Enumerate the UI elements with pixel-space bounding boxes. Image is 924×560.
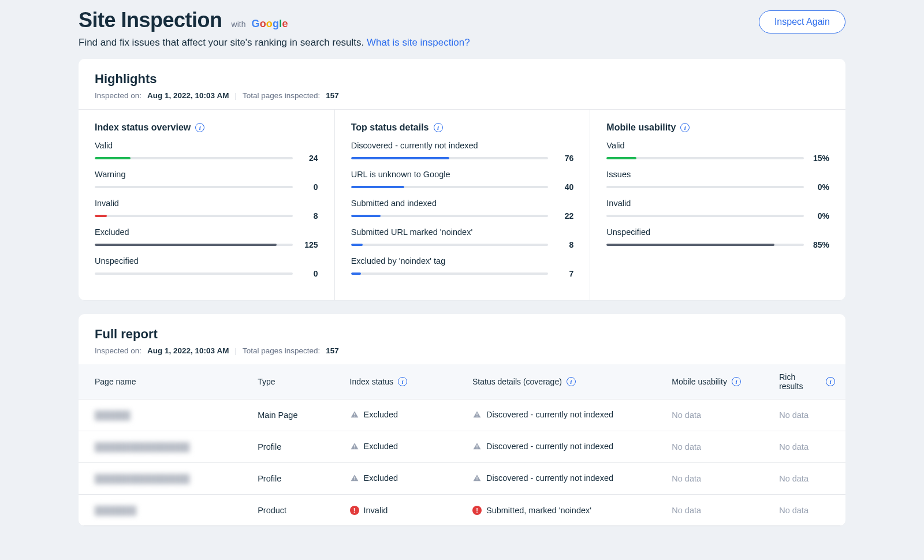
mobile-usability: Mobile usability Valid 15% Issues 0%: [590, 110, 845, 300]
stat-label: Discovered - currently not indexed: [351, 141, 574, 150]
progress-bar: [95, 244, 293, 246]
stat-value: 76: [556, 154, 573, 163]
stat-label: Unspecified: [95, 256, 318, 266]
col-type[interactable]: Type: [258, 377, 275, 386]
stat-value: 7: [556, 269, 573, 278]
full-report-card: Full report Inspected on: Aug 1, 2022, 1…: [79, 314, 845, 526]
index-overview-title: Index status overview: [95, 122, 191, 133]
svg-rect-2: [476, 413, 477, 416]
rich-results-value: No data: [779, 506, 808, 515]
svg-rect-7: [476, 447, 477, 448]
stat-item: Issues 0%: [606, 170, 829, 192]
progress-bar: [95, 215, 293, 217]
mobile-usability-value: No data: [672, 442, 701, 451]
progress-bar: [351, 244, 549, 246]
inspect-again-button[interactable]: Inspect Again: [759, 10, 845, 33]
index-status: Excluded: [364, 410, 398, 419]
highlights-card: Highlights Inspected on: Aug 1, 2022, 10…: [79, 59, 845, 300]
col-mobile[interactable]: Mobile usability: [672, 377, 727, 386]
full-report-title: Full report: [95, 327, 829, 342]
table-row[interactable]: ████████████████ Profile Excluded Discov…: [79, 463, 845, 495]
info-icon[interactable]: [195, 123, 204, 132]
index-status: Excluded: [364, 442, 398, 451]
rich-results-value: No data: [779, 410, 808, 420]
stat-item: URL is unknown to Google 40: [351, 170, 574, 192]
highlights-meta: Inspected on: Aug 1, 2022, 10:03 AM | To…: [95, 91, 829, 100]
report-table: Page name Type Index status Status detai…: [79, 364, 845, 526]
col-details[interactable]: Status details (coverage): [472, 377, 562, 386]
stat-value: 0%: [812, 211, 829, 221]
progress-bar: [351, 157, 549, 159]
stat-label: Valid: [95, 141, 318, 150]
info-icon[interactable]: [434, 123, 443, 132]
col-rich[interactable]: Rich results: [779, 372, 821, 391]
top-status-title: Top status details: [351, 122, 429, 133]
stat-item: Unspecified 85%: [606, 227, 829, 249]
stat-label: Unspecified: [606, 227, 829, 237]
stat-item: Discovered - currently not indexed 76: [351, 141, 574, 163]
warning-icon: [350, 442, 359, 450]
warning-icon: [350, 474, 359, 482]
stat-item: Submitted URL marked 'noindex' 8: [351, 227, 574, 249]
table-row[interactable]: ██████ Main Page Excluded Discovered - c…: [79, 400, 845, 431]
col-index[interactable]: Index status: [350, 377, 394, 386]
with-label: with: [232, 20, 246, 29]
stat-value: 125: [301, 240, 318, 249]
stat-item: Excluded 125: [95, 227, 318, 249]
stat-item: Invalid 8: [95, 199, 318, 221]
stat-label: URL is unknown to Google: [351, 170, 574, 179]
stat-value: 15%: [812, 154, 829, 163]
progress-bar: [95, 157, 293, 159]
info-icon[interactable]: [826, 377, 835, 386]
table-row[interactable]: ████████████████ Profile Excluded Discov…: [79, 431, 845, 463]
stat-label: Submitted URL marked 'noindex': [351, 227, 574, 237]
info-icon[interactable]: [680, 123, 690, 132]
page-name: ███████: [95, 506, 136, 515]
google-logo: G o o g l e: [251, 18, 288, 30]
svg-rect-6: [476, 445, 477, 447]
stat-label: Excluded by 'noindex' tag: [351, 256, 574, 266]
top-status-details: Top status details Discovered - currentl…: [334, 110, 590, 300]
stat-value: 85%: [812, 240, 829, 249]
page-name: ████████████████: [95, 442, 189, 451]
stat-value: 22: [556, 211, 573, 221]
stat-item: Valid 24: [95, 141, 318, 163]
stat-label: Invalid: [606, 199, 829, 208]
progress-bar: [606, 244, 804, 246]
page-header: Site Inspection with G o o g l e Find an…: [79, 0, 845, 59]
svg-rect-11: [476, 479, 477, 480]
stat-label: Excluded: [95, 227, 318, 237]
table-row[interactable]: ███████ Product Invalid Submitted, marke…: [79, 495, 845, 526]
stat-value: 8: [556, 240, 573, 249]
page-title: Site Inspection: [79, 8, 222, 32]
info-icon[interactable]: [567, 377, 576, 386]
stat-label: Submitted and indexed: [351, 199, 574, 208]
stat-item: Excluded by 'noindex' tag 7: [351, 256, 574, 278]
progress-bar: [95, 186, 293, 188]
progress-bar: [606, 215, 804, 217]
stat-label: Issues: [606, 170, 829, 179]
info-icon[interactable]: [732, 377, 741, 386]
title-block: Site Inspection with G o o g l e Find an…: [79, 8, 470, 59]
page-subtitle: Find and fix issues that affect your sit…: [79, 37, 470, 48]
status-details: Discovered - currently not indexed: [486, 473, 613, 483]
page-name: ████████████████: [95, 474, 189, 483]
info-icon[interactable]: [398, 377, 407, 386]
stat-value: 40: [556, 182, 573, 192]
svg-rect-5: [354, 447, 355, 448]
stat-value: 24: [301, 154, 318, 163]
progress-bar: [351, 215, 549, 217]
stat-value: 8: [301, 211, 318, 221]
stat-label: Warning: [95, 170, 318, 179]
stat-item: Submitted and indexed 22: [351, 199, 574, 221]
highlights-title: Highlights: [95, 72, 829, 87]
stat-value: 0: [301, 182, 318, 192]
stat-item: Unspecified 0: [95, 256, 318, 278]
mobile-usability-value: No data: [672, 474, 701, 483]
what-is-link[interactable]: What is site inspection?: [367, 37, 470, 48]
stat-item: Invalid 0%: [606, 199, 829, 221]
svg-rect-10: [476, 477, 477, 479]
col-page[interactable]: Page name: [95, 377, 136, 386]
rich-results-value: No data: [779, 474, 808, 483]
status-details: Discovered - currently not indexed: [486, 442, 613, 451]
